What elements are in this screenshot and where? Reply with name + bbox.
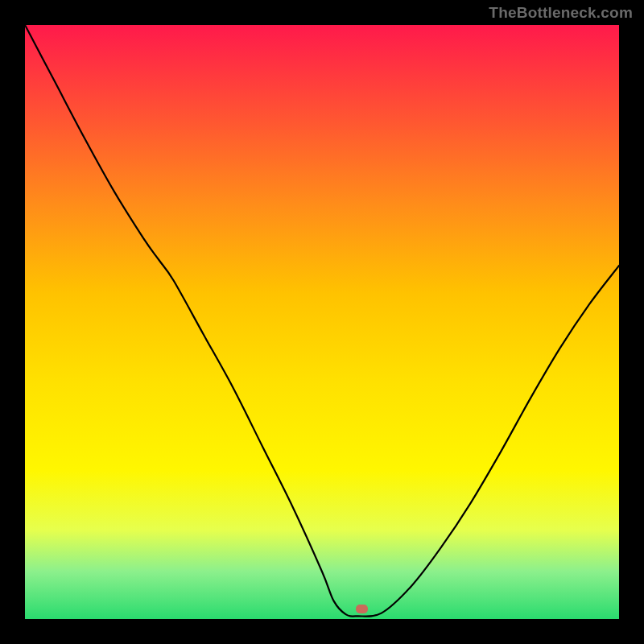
bottleneck-curve: [25, 25, 619, 617]
chart-frame: TheBottleneck.com: [0, 0, 644, 644]
highlight-marker-icon: [356, 605, 368, 613]
plot-area: [25, 25, 619, 619]
watermark-text: TheBottleneck.com: [489, 5, 633, 20]
curve-layer: [25, 25, 619, 619]
